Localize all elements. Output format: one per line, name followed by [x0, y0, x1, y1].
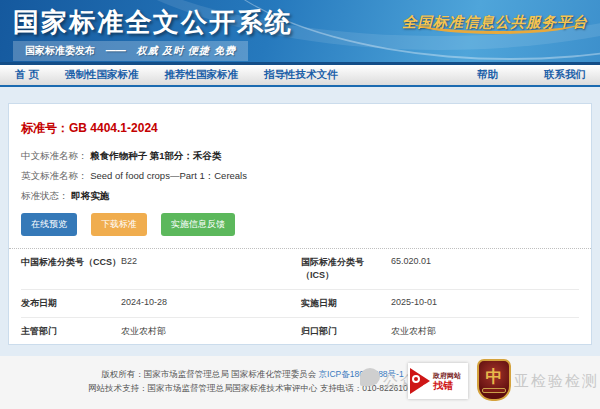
en-name-label: 英文标准名称：: [21, 170, 88, 181]
error-report-arrow-icon: [410, 368, 430, 394]
cn-name-label: 中文标准名称：: [21, 150, 88, 161]
implement-date-label: 实施日期: [301, 297, 391, 310]
implementation-feedback-button[interactable]: 实施信息反馈: [161, 213, 235, 236]
magnifier-handle-icon: [423, 384, 429, 389]
nav-item-guiding-documents[interactable]: 指导性技术文件: [264, 68, 338, 82]
nav-item-contact-us[interactable]: 联系我们: [544, 68, 586, 82]
ccs-value: B22: [121, 256, 301, 266]
status-label: 标准状态：: [21, 190, 69, 201]
certification-emblem-icon: 中: [477, 359, 511, 401]
download-standard-button[interactable]: 下载标准: [91, 213, 147, 236]
ics-label: 国际标准分类号（ICS）: [301, 256, 391, 282]
emblem-glyph: 中: [486, 368, 503, 386]
ics-value: 65.020.01: [391, 256, 579, 266]
publish-date-value: 2024-10-28: [121, 297, 301, 307]
gov-logo-line2: 找错: [433, 381, 461, 391]
copyright-text: 版权所有：国家市场监督管理总局 国家标准化管理委员会: [101, 369, 316, 379]
centralized-dept-label: 归口部门: [301, 325, 391, 338]
watermark-inspection-text: 亚检验检测: [514, 372, 599, 391]
main-nav: 首 页 强制性国家标准 推荐性国家标准 指导性技术文件 帮助 联系我们: [0, 65, 600, 87]
competent-dept-label: 主管部门: [21, 325, 121, 338]
site-tagline: 国家标准委发布 —— 权威 及时 便捷 免费: [13, 41, 248, 61]
emblem-ribbon: [482, 388, 506, 393]
en-name-line: 英文标准名称： Seed of food crops—Part 1：Cereal…: [21, 169, 579, 182]
site-footer: 版权所有：国家市场监督管理总局 国家标准化管理委员会 京ICP备18022388…: [0, 356, 600, 409]
tagline-motto: 权威 及时 便捷 免费: [137, 45, 236, 56]
standard-detail-panel: 标准号：GB 4404.1-2024 中文标准名称： 粮食作物种子 第1部分：禾…: [8, 103, 592, 345]
table-row: 中国标准分类号（CCS） B22 国际标准分类号（ICS） 65.020.01: [21, 249, 579, 290]
status-line: 标准状态： 即将实施: [21, 189, 579, 202]
nav-item-recommended-standards[interactable]: 推荐性国家标准: [164, 68, 238, 82]
tagline-org: 国家标准委发布: [25, 45, 95, 56]
table-row: 发布日期 2024-10-28 实施日期 2025-10-01: [21, 290, 579, 318]
online-preview-button[interactable]: 在线预览: [21, 213, 77, 236]
publish-date-label: 发布日期: [21, 297, 121, 310]
tagline-dash: ——: [106, 45, 126, 56]
ccs-label: 中国标准分类号（CCS）: [21, 256, 121, 269]
nav-item-help[interactable]: 帮助: [477, 68, 498, 82]
centralized-dept-value: 农业农村部: [391, 325, 579, 338]
action-buttons: 在线预览 下载标准 实施信息反馈: [21, 213, 579, 236]
nav-item-mandatory-standards[interactable]: 强制性国家标准: [65, 68, 139, 82]
table-row: 主管部门 农业农村部 归口部门 农业农村部: [21, 318, 579, 345]
gov-website-error-report-badge[interactable]: 政府网站 找错: [408, 363, 468, 399]
en-name-value: Seed of food crops—Part 1：Cereals: [90, 170, 247, 181]
nav-item-home[interactable]: 首 页: [15, 68, 39, 82]
standard-number-value: GB 4404.1-2024: [69, 121, 158, 135]
cn-name-line: 中文标准名称： 粮食作物种子 第1部分：禾谷类: [21, 149, 579, 162]
magnifier-icon: [412, 375, 420, 383]
competent-dept-value: 农业农村部: [121, 325, 301, 338]
standard-number-label: 标准号：: [21, 121, 69, 135]
standard-number-line: 标准号：GB 4404.1-2024: [21, 120, 579, 137]
site-header: 国家标准全文公开系统 国家标准委发布 —— 权威 及时 便捷 免费 全国标准信息…: [0, 0, 600, 65]
implement-date-value: 2025-10-01: [391, 297, 579, 307]
cn-name-value: 粮食作物种子 第1部分：禾谷类: [90, 150, 221, 161]
site-title: 国家标准全文公开系统: [13, 5, 293, 40]
standard-detail-table: 中国标准分类号（CCS） B22 国际标准分类号（ICS） 65.020.01 …: [21, 249, 579, 345]
status-badge: 即将实施: [71, 190, 109, 201]
wechat-watermark-icon: [360, 368, 380, 386]
